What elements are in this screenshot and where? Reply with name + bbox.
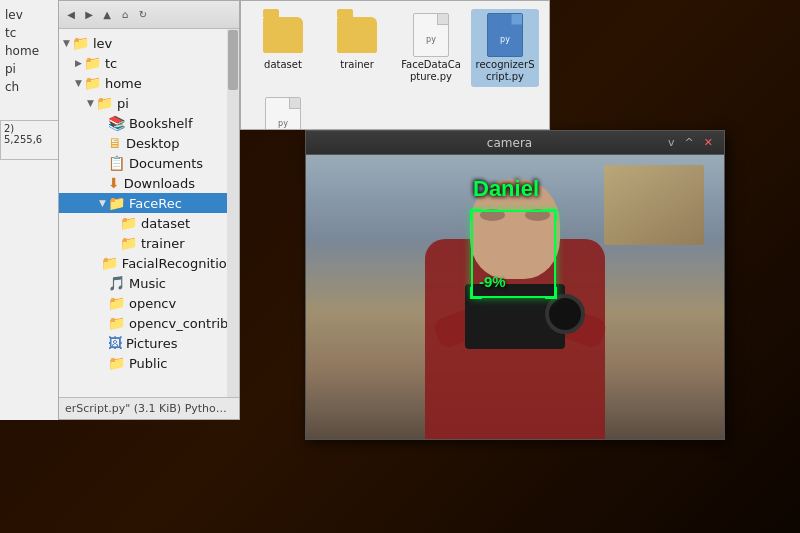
sidebar-item-pictures[interactable]: ▶ 🖼 Pictures [59,333,239,353]
files-grid: dataset trainer py FaceDataCapture.py [241,1,549,130]
fm-statusbar: erScript.py" (3.1 KiB) Python script [59,397,239,419]
facedatacapture-img: py [411,13,451,57]
face-detection-box: Daniel -9% [471,210,556,298]
camera-titlebar: camera v ^ ✕ [306,131,724,155]
sidebar-item-desktop[interactable]: ▶ 🖥 Desktop [59,133,239,153]
file-manager: ◀ ▶ ▲ ⌂ ↻ ▼ 📁 lev ▶ 📁 tc ▼ 📁 home [58,0,240,420]
file-label-recognizerscript: recognizerScript.py [473,59,537,83]
folder-icon-music: 🎵 [108,275,125,291]
fm-scroll-thumb[interactable] [228,30,238,90]
folder-icon-home: 📁 [84,75,101,91]
camera-maximize-button[interactable]: ^ [682,136,697,149]
camera-minimize-button[interactable]: v [665,136,678,149]
folder-icon-facerec: 📁 [108,195,125,211]
folder-icon-desktop: 🖥 [108,135,122,151]
file-icon-sampleservo[interactable]: py sampleServo.py [249,93,317,130]
file-label-facedatacapture: FaceDataCapture.py [399,59,463,83]
partial-item-tc: tc [3,24,58,42]
sidebar-item-public[interactable]: ▶ 📁 Public [59,353,239,373]
file-label-trainer: trainer [340,59,374,71]
fm-scrollbar[interactable] [227,29,239,397]
sidebar-item-downloads[interactable]: ▶ ⬇ Downloads [59,173,239,193]
corner-tr [545,209,557,221]
fm-back-button[interactable]: ◀ [63,7,79,23]
corner-info: 2) 5,255,6 [0,120,60,160]
fm-home-button[interactable]: ⌂ [117,7,133,23]
file-label-dataset: dataset [264,59,302,71]
folder-icon-pi: 📁 [96,95,113,111]
folder-icon-opencv: 📁 [108,295,125,311]
sidebar-item-lev[interactable]: ▼ 📁 lev [59,33,239,53]
folder-icon-tc: 📁 [84,55,101,71]
sampleservo-img: py [263,97,303,130]
folder-icon-public: 📁 [108,355,125,371]
files-panel: dataset trainer py FaceDataCapture.py [240,0,550,130]
camera-lens [545,294,585,334]
camera-window: camera v ^ ✕ [305,130,725,440]
camera-scene: Daniel -9% [306,155,724,439]
sidebar-item-bookshelf[interactable]: ▶ 📚 Bookshelf [59,113,239,133]
py-file-icon-recognizerscript: py [487,13,523,57]
folder-icon-dataset: 📁 [120,215,137,231]
arrow-facerec: ▼ [99,198,106,208]
folder-icon-pictures: 🖼 [108,335,122,351]
folder-icon-opencv-contrib: 📁 [108,315,125,331]
file-icon-dataset[interactable]: dataset [249,9,317,87]
folder-icon-trainer: 📁 [120,235,137,251]
py-file-icon-facedatacapture: py [413,13,449,57]
sidebar-item-dataset[interactable]: ▶ 📁 dataset [59,213,239,233]
sidebar-item-home[interactable]: ▼ 📁 home [59,73,239,93]
folder-icon-bookshelf: 📚 [108,115,125,131]
sidebar-item-documents[interactable]: ▶ 📋 Documents [59,153,239,173]
arrow-pi: ▼ [87,98,94,108]
sidebar-item-tc[interactable]: ▶ 📁 tc [59,53,239,73]
file-icon-facedatacapture[interactable]: py FaceDataCapture.py [397,9,465,87]
folder-icon-facial: 📁 [101,255,118,271]
partial-item-ch: ch [3,78,58,96]
camera-close-button[interactable]: ✕ [701,136,716,149]
sidebar-item-opencv[interactable]: ▶ 📁 opencv [59,293,239,313]
trainer-folder-img [337,13,377,57]
face-name-label: Daniel [473,176,539,202]
partial-item-home: home [3,42,58,60]
py-file-icon-sampleservo: py [265,97,301,130]
folder-icon-documents: 📋 [108,155,125,171]
fm-forward-button[interactable]: ▶ [81,7,97,23]
corner-br [545,287,557,299]
arrow-tc: ▶ [75,58,82,68]
partial-item-lev: lev [3,6,58,24]
file-icon-trainer[interactable]: trainer [323,9,391,87]
partial-sidebar-items: lev tc home pi ch [0,0,61,102]
arrow-lev: ▼ [63,38,70,48]
fm-tree: ▼ 📁 lev ▶ 📁 tc ▼ 📁 home ▼ 📁 pi ▶ [59,29,239,397]
sidebar-item-music[interactable]: ▶ 🎵 Music [59,273,239,293]
file-icon-recognizerscript[interactable]: py recognizerScript.py [471,9,539,87]
camera-title: camera [354,136,665,150]
folder-icon-downloads: ⬇ [108,175,120,191]
sidebar-item-opencv-contrib[interactable]: ▶ 📁 opencv_contrib [59,313,239,333]
dataset-folder-img [263,13,303,57]
arrow-home: ▼ [75,78,82,88]
partial-sidebar: lev tc home pi ch 2) 5,255,6 [0,0,62,420]
camera-controls: v ^ ✕ [665,136,716,149]
fm-up-button[interactable]: ▲ [99,7,115,23]
recognizerscript-img: py [485,13,525,57]
folder-icon-lev: 📁 [72,35,89,51]
sidebar-item-trainer[interactable]: ▶ 📁 trainer [59,233,239,253]
corner-tl [470,209,482,221]
sidebar-item-facial[interactable]: ▶ 📁 FacialRecognition [59,253,239,273]
camera-content: Daniel -9% [306,155,724,439]
sidebar-item-pi[interactable]: ▼ 📁 pi [59,93,239,113]
sidebar-item-facerec[interactable]: ▼ 📁 FaceRec [59,193,239,213]
fm-toolbar: ◀ ▶ ▲ ⌂ ↻ [59,1,239,29]
partial-item-pi: pi [3,60,58,78]
fm-refresh-button[interactable]: ↻ [135,7,151,23]
face-percent-label: -9% [479,273,506,290]
